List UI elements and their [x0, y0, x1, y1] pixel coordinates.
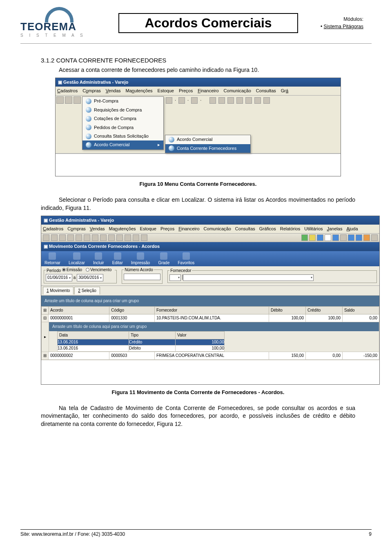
- toolbar-icon[interactable]: [76, 234, 82, 241]
- menu-item[interactable]: Estoque: [140, 226, 156, 232]
- subcol-data[interactable]: Data: [58, 331, 129, 339]
- subgrid-row-selected[interactable]: 13.06.2016 Crédito 100,00: [58, 339, 225, 345]
- toolbar-icon[interactable]: [108, 234, 115, 241]
- menu-financeiro[interactable]: Financeiro: [198, 88, 218, 94]
- menu-item[interactable]: Ajuda: [346, 226, 358, 232]
- menu-item[interactable]: Vendas: [90, 226, 105, 232]
- toolbar-icon[interactable]: [371, 234, 378, 241]
- menu-item[interactable]: Consultas: [235, 226, 255, 232]
- toolbar-icon[interactable]: [236, 97, 243, 104]
- toolbar-icon[interactable]: [356, 234, 362, 241]
- menu-comunicacao[interactable]: Comunicação: [224, 88, 251, 94]
- toolbar-icon[interactable]: [191, 97, 198, 104]
- toolbar-icon[interactable]: [67, 234, 74, 241]
- expand-icon[interactable]: ⊞: [42, 352, 49, 359]
- toolbar-icon[interactable]: [43, 234, 49, 241]
- toolbar-icon[interactable]: [340, 234, 347, 241]
- dropdown-item-precompra[interactable]: Pré-Compra: [82, 97, 163, 105]
- menu-item[interactable]: Manutenções: [109, 226, 136, 232]
- col-saldo[interactable]: Saldo: [343, 306, 379, 314]
- favoritos-button[interactable]: Favoritos: [178, 252, 194, 266]
- dropdown-item-pedidos[interactable]: Pedidos de Compra: [82, 123, 163, 132]
- tab-selecao[interactable]: 2 Seleção: [74, 287, 100, 294]
- toolbar-icon[interactable]: [317, 234, 323, 241]
- menu-item[interactable]: Relatórios: [280, 226, 301, 232]
- menu-manutencoes[interactable]: Manutenções: [126, 88, 153, 94]
- fornecedor-code-combo[interactable]: [169, 274, 181, 281]
- toolbar-icon[interactable]: [59, 234, 66, 241]
- radio-emissao[interactable]: Emissão: [62, 267, 82, 273]
- toolbar-icon[interactable]: [74, 96, 81, 104]
- toolbar-icon[interactable]: [227, 97, 234, 104]
- toolbar-icon[interactable]: [92, 234, 98, 241]
- menu-item[interactable]: Comunicação: [204, 226, 231, 232]
- subcol-valor[interactable]: Valor: [176, 331, 225, 339]
- toolbar-icon[interactable]: [100, 234, 107, 241]
- menu-estoque[interactable]: Estoque: [158, 88, 174, 94]
- toolbar-icon[interactable]: [363, 234, 370, 241]
- menu-item[interactable]: Gráficos: [259, 226, 276, 232]
- toolbar-icon[interactable]: [209, 97, 216, 104]
- numero-acordo-input[interactable]: [124, 274, 160, 280]
- toolbar-icon[interactable]: [56, 96, 64, 104]
- menu-compras[interactable]: Compras: [82, 88, 101, 94]
- radio-vencimento[interactable]: Vencimento: [86, 267, 111, 273]
- dropdown-item-cotacoes[interactable]: Cotações de Compra: [82, 114, 163, 123]
- menu-cadastros[interactable]: Cadastros: [57, 88, 78, 94]
- date-from-input[interactable]: 01/06/2016: [46, 274, 72, 281]
- menu-precos[interactable]: Preços: [179, 88, 193, 94]
- col-debito[interactable]: Débito: [269, 306, 306, 314]
- dropdown-item-status[interactable]: Consulta Status Solicitação: [82, 132, 163, 140]
- localizar-button[interactable]: Localizar: [69, 252, 85, 266]
- toolbar-icon[interactable]: [116, 234, 123, 241]
- impressao-button[interactable]: Impressão: [131, 252, 150, 266]
- col-codigo[interactable]: Código: [109, 306, 155, 314]
- toolbar-icon[interactable]: [51, 234, 58, 241]
- submenu-item-conta-corrente[interactable]: Conta Corrente Fornecedores: [165, 144, 250, 153]
- menu-consultas[interactable]: Consultas: [256, 88, 276, 94]
- col-credito[interactable]: Crédito: [306, 306, 343, 314]
- toolbar-icon[interactable]: [133, 234, 139, 241]
- toolbar-icon[interactable]: [245, 97, 252, 104]
- menu-item[interactable]: Utilitários: [304, 226, 323, 232]
- subgrid-row[interactable]: 13.06.2016 Débito 100,00: [58, 345, 225, 351]
- toolbar-icon[interactable]: [125, 234, 131, 241]
- menu-item[interactable]: Cadastros: [43, 226, 63, 232]
- col-fornecedor[interactable]: Fornecedor: [155, 306, 269, 314]
- date-to-input[interactable]: 30/06/2016: [77, 274, 103, 281]
- col-acordo[interactable]: Acordo: [49, 306, 109, 314]
- collapse-icon[interactable]: ⊟: [42, 314, 49, 322]
- toolbar-icon[interactable]: [348, 234, 354, 241]
- dropdown-item-requisicoes[interactable]: Requisições de Compra: [82, 106, 163, 114]
- dropdown-item-acordo[interactable]: Acordo Comercial▸: [82, 140, 163, 149]
- grid-row[interactable]: ⊞ 0000000002 0000503 FRIMESA COOPERATIVA…: [42, 352, 379, 359]
- toolbar-icon[interactable]: [141, 234, 147, 241]
- menu-item[interactable]: Compras: [67, 226, 86, 232]
- toolbar-icon[interactable]: [301, 234, 308, 241]
- menu-item[interactable]: Preços: [160, 226, 174, 232]
- toolbar-icon[interactable]: [325, 234, 331, 241]
- subcol-tipo[interactable]: Tipo: [129, 331, 176, 339]
- toolbar-icon[interactable]: [309, 234, 316, 241]
- editar-button[interactable]: Editar: [112, 252, 123, 266]
- toolbar-icon[interactable]: [166, 97, 172, 104]
- toolbar-icon[interactable]: [65, 96, 72, 104]
- grid-row[interactable]: ⊟ 0000000001 0001330 10.PASTEIS-IND.COM.…: [42, 314, 379, 322]
- menu-item[interactable]: Financeiro: [178, 226, 199, 232]
- grade-button[interactable]: Grade: [158, 252, 169, 266]
- fornecedor-name-combo[interactable]: [183, 274, 314, 281]
- module-link[interactable]: Sistema Pitágoras: [324, 24, 363, 29]
- menu-item[interactable]: Janelas: [327, 226, 343, 232]
- toolbar-icon[interactable]: [178, 97, 185, 104]
- toolbar-icon[interactable]: [218, 97, 225, 104]
- toolbar-icon[interactable]: [254, 97, 261, 104]
- tab-movimento[interactable]: 1 Movimento: [43, 287, 74, 294]
- toolbar-icon[interactable]: [332, 234, 339, 241]
- incluir-button[interactable]: Incluir: [93, 252, 104, 266]
- menu-vendas[interactable]: Vendas: [106, 88, 121, 94]
- toolbar-icon[interactable]: [263, 97, 270, 104]
- menu-graficos-cut[interactable]: Grá: [281, 88, 288, 94]
- toolbar-icon[interactable]: [84, 234, 90, 241]
- retornar-button[interactable]: Retornar: [45, 252, 60, 266]
- submenu-item-acordo[interactable]: Acordo Comercial: [165, 135, 250, 144]
